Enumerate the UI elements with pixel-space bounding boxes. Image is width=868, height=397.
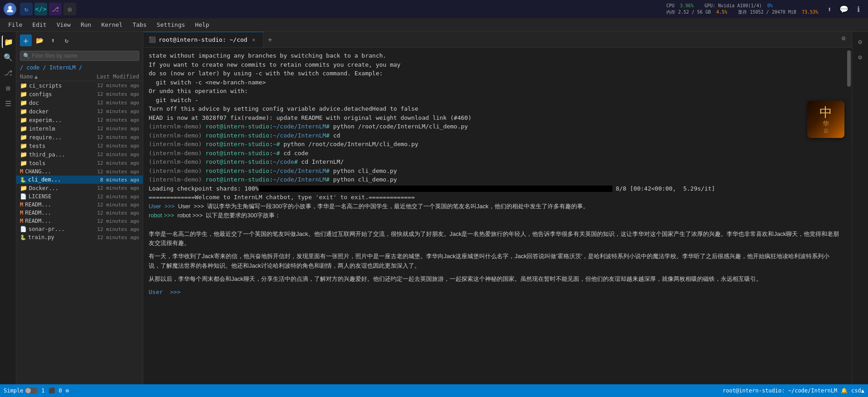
col-name-header[interactable]: Name ▲ [20, 74, 85, 80]
right-settings-icon[interactable]: ⚙ [854, 35, 867, 48]
file-modified: 12 minutes ago [85, 143, 139, 149]
menu-kernel[interactable]: Kernel [97, 20, 127, 29]
terminal-tab-label: root@intern-studio: ~/cod [159, 36, 247, 43]
terminal-line: state without impacting any branches by … [149, 51, 841, 60]
file-name: 🐍train.py [20, 234, 85, 240]
top-bar-icons: ↻ </> ⎇ ◎ [20, 3, 76, 15]
git-activity-icon[interactable]: ⎇ [2, 66, 15, 79]
file-modified: 12 minutes ago [85, 218, 139, 224]
list-item[interactable]: 📁experim...12 minutes ago [16, 116, 143, 124]
file-name: 📁internlm [20, 125, 85, 132]
search-input[interactable] [32, 53, 113, 59]
menu-edit[interactable]: Edit [28, 20, 51, 29]
terminal-content[interactable]: state without impacting any branches by … [143, 48, 846, 384]
terminal-prompt-line: (internlm-demo) root@intern-studio:~# py… [149, 140, 841, 149]
scrollbar-thumb[interactable] [847, 50, 851, 87]
terminal-prompt-line: (internlm-demo) root@intern-studio:~/cod… [149, 175, 841, 184]
list-item[interactable]: 🐍train.py12 minutes ago [16, 233, 143, 241]
list-item[interactable]: 📁doc12 minutes ago [16, 98, 143, 107]
nav-icon[interactable]: ◎ [63, 3, 76, 15]
terminal-scrollbar[interactable] [846, 48, 852, 384]
menu-view[interactable]: View [52, 20, 75, 29]
right-settings-icon-2[interactable]: ⚙ [854, 51, 867, 64]
sys-stats: CPU 3.96% GPU: Nvidia A100(1/4) 0% 内存 2.… [666, 3, 818, 15]
md-file-icon: M [20, 168, 23, 175]
menu-tabs[interactable]: Tabs [128, 20, 151, 29]
file-name: 📁docker [20, 108, 85, 115]
file-name: 📁third_pa... [20, 151, 85, 158]
right-panel: ⬛ root@intern-studio: ~/cod × + ⚙ state … [143, 32, 852, 384]
list-item[interactable]: 📁docker12 minutes ago [16, 107, 143, 116]
file-modified: 12 minutes ago [85, 126, 139, 132]
terminal-prompt-line: (internlm-demo) root@intern-studio:~/cod… [149, 167, 841, 176]
file-name: 🐍cli_dem... [20, 176, 85, 183]
main-layout: 📁 🔍 ⎇ ⊞ ☰ + 📂 ⬆ ↻ 🔍 / code / InternLM / … [0, 32, 868, 384]
menu-file[interactable]: File [4, 20, 27, 29]
floating-avatar: 中 华 篇 [807, 101, 844, 138]
app-avatar [4, 3, 16, 15]
file-modified: 12 minutes ago [85, 210, 139, 216]
list-icon[interactable]: ☰ [2, 97, 15, 110]
story-paragraph: 从那以后，李华每个周末都会和Jack聊天，分享生活中的点滴，了解对方的兴趣爱好。… [149, 274, 841, 284]
list-item[interactable]: 📁tools12 minutes ago [16, 159, 143, 167]
file-modified: 12 minutes ago [85, 100, 139, 106]
search-box[interactable]: 🔍 [20, 51, 139, 61]
md-file-icon: M [20, 201, 23, 208]
menu-run[interactable]: Run [76, 20, 96, 29]
info-icon[interactable]: ℹ [853, 3, 864, 15]
file-modified: 12 minutes ago [85, 83, 139, 88]
file-modified: 12 minutes ago [85, 160, 139, 166]
list-item[interactable]: MREADM...12 minutes ago [16, 209, 143, 217]
file-modified: 12 minutes ago [85, 226, 139, 232]
list-item[interactable]: 📄LICENSE12 minutes ago [16, 192, 143, 201]
terminal-prompt-line: (internlm-demo) root@intern-studio:~/cod… [149, 122, 841, 131]
upload-icon[interactable]: ⬆ [824, 3, 835, 15]
list-item[interactable]: 📁internlm12 minutes ago [16, 124, 143, 133]
code-icon[interactable]: </> [34, 3, 47, 15]
extensions-icon[interactable]: ⊞ [2, 82, 15, 94]
file-modified: 12 minutes ago [85, 117, 139, 123]
settings-tab-icon[interactable]: ⚙ [837, 32, 850, 44]
col-modified-header[interactable]: Last Modified [85, 74, 139, 80]
file-name: MREADM... [20, 218, 85, 224]
list-item[interactable]: MREADM...12 minutes ago [16, 201, 143, 209]
terminal-line: If you want to create new commits to ret… [149, 60, 841, 69]
robot-prompt-line: robot >>> robot >>> 以下是您要求的300字故事： [149, 211, 841, 221]
list-item[interactable]: 🐍cli_dem...8 minutes ago [16, 176, 143, 184]
list-item[interactable]: 📄sonar-pr...12 minutes ago [16, 225, 143, 233]
file-name: MREADM... [20, 210, 85, 216]
new-tab-button[interactable]: + [263, 32, 277, 47]
file-modified: 12 minutes ago [85, 185, 139, 191]
new-file-button[interactable]: + [20, 34, 32, 46]
file-name: 📁configs [20, 91, 85, 98]
toggle-track[interactable] [25, 387, 38, 394]
list-item[interactable]: 📁ci_scripts12 minutes ago [16, 81, 143, 90]
refresh-button[interactable]: ↻ [61, 34, 73, 46]
list-item[interactable]: 📁Docker...12 minutes ago [16, 184, 143, 192]
terminal-tab-close[interactable]: × [250, 36, 257, 44]
list-item[interactable]: MREADM...12 minutes ago [16, 217, 143, 225]
search-activity-icon[interactable]: 🔍 [2, 51, 15, 64]
terminal-tab[interactable]: ⬛ root@intern-studio: ~/cod × [143, 32, 263, 47]
list-item[interactable]: 📁configs12 minutes ago [16, 90, 143, 98]
md-file-icon: M [20, 210, 23, 216]
sidebar-toolbar: + 📂 ⬆ ↻ [16, 32, 143, 49]
list-item[interactable]: 📁require...12 minutes ago [16, 133, 143, 142]
folder-icon: 📁 [20, 185, 27, 191]
md-file-icon: M [20, 218, 23, 224]
file-modified: 12 minutes ago [85, 152, 139, 157]
file-modified: 12 minutes ago [85, 108, 139, 114]
file-modified: 12 minutes ago [85, 91, 139, 97]
list-item[interactable]: 📁third_pa...12 minutes ago [16, 150, 143, 159]
reload-icon[interactable]: ↻ [20, 3, 33, 15]
list-item[interactable]: MCHANG...12 minutes ago [16, 167, 143, 176]
list-item[interactable]: 📁tests12 minutes ago [16, 142, 143, 150]
menu-help[interactable]: Help [190, 20, 213, 29]
menu-settings[interactable]: Settings [152, 20, 190, 29]
files-icon[interactable]: 📁 [2, 35, 15, 48]
upload-file-button[interactable]: ⬆ [47, 34, 59, 46]
git-icon[interactable]: ⎇ [49, 3, 62, 15]
upload-button[interactable]: 📂 [34, 34, 45, 46]
simple-toggle[interactable]: Simple [4, 387, 38, 394]
chat-icon[interactable]: 💬 [838, 3, 850, 15]
